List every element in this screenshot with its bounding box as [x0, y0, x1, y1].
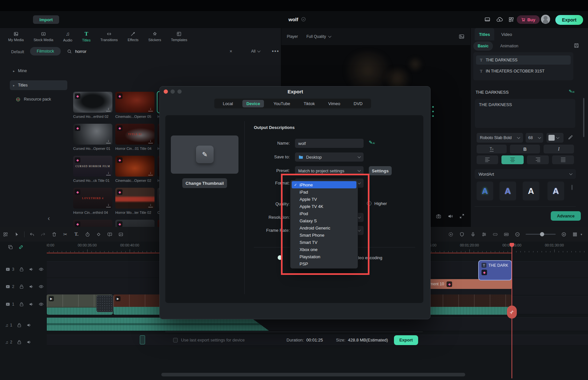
- wordart-style-tile[interactable]: A: [477, 182, 493, 200]
- download-icon[interactable]: ↓: [106, 203, 111, 207]
- export-tab-youtube[interactable]: YouTube: [270, 100, 294, 107]
- edit-thumbnail-button[interactable]: ✎: [196, 146, 214, 163]
- download-icon[interactable]: ↓: [106, 171, 111, 175]
- media-thumbnail[interactable]: ◆ ↓: [73, 92, 112, 113]
- title-transform-handle[interactable]: [432, 106, 434, 108]
- font-color-dropdown[interactable]: [547, 133, 564, 143]
- audio-clip-start[interactable]: [140, 335, 145, 344]
- align-center-button[interactable]: [501, 155, 524, 164]
- use-last-settings-checkbox[interactable]: [173, 338, 178, 342]
- eyedropper-icon[interactable]: [568, 135, 573, 140]
- download-icon[interactable]: ↓: [106, 107, 111, 111]
- speaker-icon[interactable]: [448, 214, 453, 219]
- text-tool-button[interactable]: T.: [71, 230, 82, 239]
- keyframe-button[interactable]: [93, 230, 104, 239]
- import-button[interactable]: Import: [33, 15, 59, 24]
- download-icon[interactable]: ↓: [106, 139, 111, 143]
- buy-button[interactable]: Buy: [517, 15, 540, 24]
- export-tab-device[interactable]: Device: [242, 100, 264, 107]
- zoom-in-button[interactable]: [558, 230, 569, 239]
- font-family-dropdown[interactable]: Roboto Slab Bold: [477, 133, 523, 143]
- cloud-upload-icon[interactable]: [496, 14, 503, 25]
- audio-track-2-header[interactable]: ♫2: [0, 336, 47, 349]
- motion-track-button[interactable]: [115, 230, 126, 239]
- split-scissors-badge[interactable]: ✂: [507, 306, 517, 319]
- bold-button[interactable]: B: [510, 145, 540, 153]
- ai-edit-icon[interactable]: ✎AI: [569, 89, 575, 94]
- video-track-2-header[interactable]: 2: [0, 280, 47, 293]
- align-left-button[interactable]: [477, 155, 498, 164]
- export-tab-dvd[interactable]: DVD: [350, 100, 367, 107]
- text-callout-button[interactable]: [104, 230, 115, 239]
- media-thumbnail[interactable]: ◆ ↓: [115, 92, 155, 113]
- camera-snapshot-icon[interactable]: [436, 214, 441, 219]
- wordart-style-tile[interactable]: A: [523, 182, 539, 200]
- export-tab-local[interactable]: Local: [219, 100, 237, 107]
- subtab-basic[interactable]: Basic: [473, 41, 493, 51]
- timeline-hscrollbar[interactable]: [161, 373, 465, 376]
- justify-button[interactable]: [552, 155, 574, 164]
- mic-button[interactable]: [467, 230, 479, 239]
- export-tab-tiktok[interactable]: Tiktok: [300, 100, 318, 107]
- avatar[interactable]: [541, 15, 550, 24]
- save-preset-icon[interactable]: [574, 43, 579, 48]
- beat-detect-button[interactable]: [490, 230, 501, 239]
- name-input[interactable]: wolf: [295, 139, 364, 148]
- track-manager-button[interactable]: [569, 230, 580, 239]
- timer-button[interactable]: [82, 230, 93, 239]
- tab-titles[interactable]: Titles: [475, 28, 494, 40]
- audio-clip[interactable]: [47, 318, 269, 331]
- wordart-header[interactable]: WordArt: [475, 169, 576, 179]
- title-preset-row[interactable]: T THE DARKNESS: [476, 55, 571, 65]
- change-thumbnail-button[interactable]: Change Thumbnail: [182, 178, 227, 188]
- wordart-scrollbar[interactable]: [571, 185, 573, 190]
- media-thumbnail[interactable]: ◆ ↓: [115, 156, 155, 177]
- font-size-dropdown[interactable]: 68: [526, 133, 543, 143]
- download-icon[interactable]: ↓: [148, 171, 153, 175]
- media-thumbnail[interactable]: CURSED HORROR FILM ◆ ↓: [73, 156, 112, 177]
- save-to-dropdown[interactable]: Desktop: [295, 152, 364, 162]
- scissors-button[interactable]: ✂: [60, 230, 71, 239]
- media-thumbnail[interactable]: ◆ ↓: [115, 188, 155, 209]
- audio-mixer-button[interactable]: [479, 230, 490, 239]
- download-icon[interactable]: ↓: [148, 107, 153, 111]
- right-panel-scrollbar[interactable]: [583, 98, 584, 137]
- media-thumbnail[interactable]: ◆ ↓: [73, 124, 112, 145]
- download-icon[interactable]: ↓: [148, 139, 153, 143]
- download-icon[interactable]: ↓: [148, 203, 153, 207]
- fit-timeline-button[interactable]: [501, 230, 512, 239]
- media-thumbnail[interactable]: LOVETHIRD 4 ◆ ↓: [73, 188, 112, 209]
- apps-grid-icon[interactable]: [507, 14, 515, 25]
- text-spacing-button[interactable]: T≡: [477, 145, 507, 153]
- settings-button[interactable]: Settings: [369, 166, 392, 175]
- export-tab-vimeo[interactable]: Vimeo: [324, 100, 344, 107]
- title-transform-handle[interactable]: [432, 115, 434, 117]
- video-track-1-header[interactable]: 1: [0, 298, 47, 311]
- audio-track-1-header[interactable]: ♫1: [0, 319, 47, 332]
- trash-button[interactable]: [49, 230, 60, 239]
- device-preview-icon[interactable]: [483, 14, 491, 25]
- ai-name-icon[interactable]: ✎AI: [369, 140, 375, 145]
- quality-dropdown[interactable]: Full Quality: [306, 34, 331, 39]
- zoom-out-button[interactable]: [512, 230, 523, 239]
- title-preset-row[interactable]: T IN THEATERS OCTOBER 31ST: [476, 67, 571, 76]
- title-transform-handle[interactable]: [432, 111, 434, 112]
- wordart-style-tile[interactable]: A: [547, 182, 564, 200]
- italic-button[interactable]: I: [544, 145, 574, 153]
- zoom-slider[interactable]: [526, 234, 556, 235]
- media-thumbnail[interactable]: TITLE 01 ◆ ↓: [115, 124, 155, 145]
- fullscreen-icon[interactable]: [459, 214, 465, 219]
- zoom-slider-handle[interactable]: [540, 232, 544, 236]
- title-clip[interactable]: T THE DARK ◆: [478, 260, 512, 280]
- export-button-top[interactable]: Export: [555, 15, 583, 25]
- wordart-style-tile[interactable]: A: [499, 182, 516, 200]
- snapshot-image-icon[interactable]: [459, 34, 465, 40]
- advance-button[interactable]: Advance: [551, 211, 581, 221]
- render-preview-button[interactable]: [445, 230, 456, 239]
- transition-clip[interactable]: [96, 295, 113, 312]
- export-confirm-button[interactable]: Export: [394, 335, 418, 345]
- shield-button[interactable]: [456, 230, 467, 239]
- align-right-button[interactable]: [527, 155, 549, 164]
- video-track-3-header[interactable]: 3: [0, 263, 47, 276]
- title-text-input[interactable]: THE DARKNESS: [475, 99, 575, 128]
